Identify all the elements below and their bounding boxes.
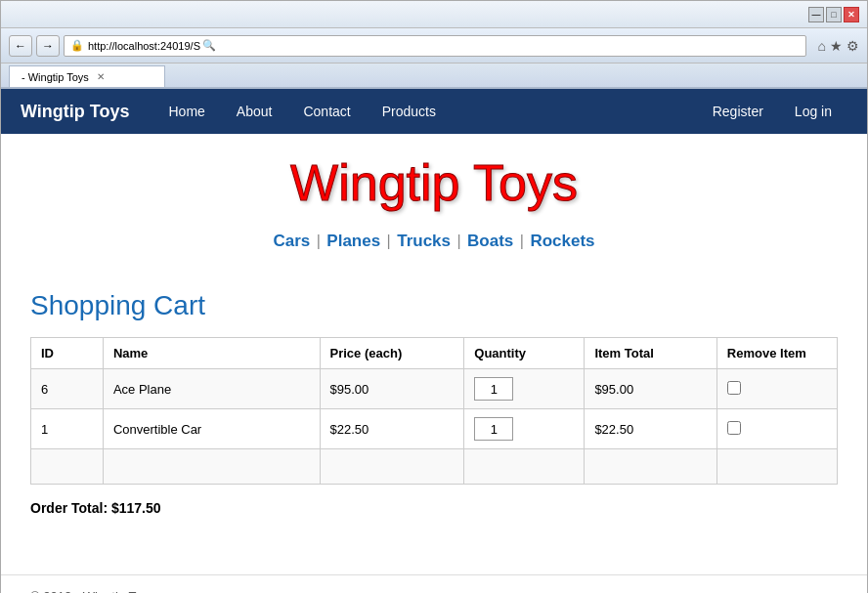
order-total: Order Total: $117.50 <box>30 500 838 516</box>
site-nav: Wingtip Toys Home About Contact Products… <box>1 89 867 134</box>
tab-title: - Wingtip Toys <box>22 71 89 83</box>
site-brand[interactable]: Wingtip Toys <box>21 102 130 122</box>
row2-total: $22.50 <box>585 409 716 449</box>
site-footer: © 2013 - Wingtip Toys <box>1 574 867 593</box>
col-name: Name <box>103 338 320 369</box>
title-bar: — □ ✕ <box>1 1 867 28</box>
row1-qty-cell <box>464 369 585 409</box>
minimize-button[interactable]: — <box>808 7 824 22</box>
row2-price: $22.50 <box>320 409 464 449</box>
row1-id: 6 <box>31 369 104 409</box>
table-row: 1 Convertible Car $22.50 $22.50 <box>31 409 838 449</box>
col-id: ID <box>31 338 104 369</box>
forward-arrow-icon: → <box>42 39 54 53</box>
cart-table: ID Name Price (each) Quantity Item Total… <box>30 337 838 485</box>
address-text: http://localhost:24019/S <box>88 40 200 52</box>
close-button[interactable]: ✕ <box>844 7 859 22</box>
category-links: Cars | Planes | Trucks | Boats | Rockets <box>1 222 867 271</box>
maximize-button[interactable]: □ <box>826 7 842 22</box>
row2-name: Convertible Car <box>103 409 320 449</box>
row2-remove-checkbox[interactable] <box>727 421 741 435</box>
col-remove: Remove Item <box>716 338 837 369</box>
category-planes[interactable]: Planes <box>326 232 380 250</box>
nav-home[interactable]: Home <box>153 89 221 134</box>
table-row-empty <box>31 449 838 485</box>
nav-bar: ← → 🔒 http://localhost:24019/S 🔍 ⌂ ★ ⚙ <box>1 28 867 64</box>
back-arrow-icon: ← <box>15 39 26 53</box>
nav-right: Register Log in <box>697 89 847 134</box>
table-row: 6 Ace Plane $95.00 $95.00 <box>31 369 838 409</box>
row1-remove-checkbox[interactable] <box>727 381 741 395</box>
row2-qty-input[interactable] <box>474 417 513 441</box>
row1-price: $95.00 <box>320 369 464 409</box>
category-rockets[interactable]: Rockets <box>530 232 594 250</box>
tab-bar: - Wingtip Toys ✕ <box>1 64 867 89</box>
active-tab[interactable]: - Wingtip Toys ✕ <box>9 65 165 87</box>
nav-login[interactable]: Log in <box>779 89 847 134</box>
category-trucks[interactable]: Trucks <box>397 232 451 250</box>
category-boats[interactable]: Boats <box>467 232 513 250</box>
settings-icon[interactable]: ⚙ <box>846 38 859 54</box>
row2-qty-cell <box>464 409 585 449</box>
site-nav-links: Home About Contact Products <box>153 89 697 134</box>
row2-id: 1 <box>31 409 104 449</box>
col-quantity: Quantity <box>464 338 585 369</box>
forward-button[interactable]: → <box>36 35 60 57</box>
row1-total: $95.00 <box>585 369 716 409</box>
site-logo: Wingtip Toys <box>1 134 867 222</box>
tab-close-button[interactable]: ✕ <box>97 71 105 82</box>
nav-register[interactable]: Register <box>697 89 779 134</box>
nav-products[interactable]: Products <box>367 89 452 134</box>
row1-remove-cell <box>716 369 837 409</box>
category-cars[interactable]: Cars <box>273 232 310 250</box>
col-item-total: Item Total <box>585 338 716 369</box>
footer-text: © 2013 - Wingtip Toys <box>30 589 154 593</box>
row1-qty-input[interactable] <box>474 377 513 401</box>
back-button[interactable]: ← <box>9 35 32 57</box>
favorites-icon[interactable]: ★ <box>830 38 843 54</box>
row2-remove-cell <box>716 409 837 449</box>
nav-contact[interactable]: Contact <box>287 89 366 134</box>
address-bar[interactable]: 🔒 http://localhost:24019/S 🔍 <box>64 35 806 57</box>
cart-title: Shopping Cart <box>30 290 838 321</box>
row1-name: Ace Plane <box>103 369 320 409</box>
col-price: Price (each) <box>320 338 464 369</box>
nav-about[interactable]: About <box>221 89 288 134</box>
main-content: Shopping Cart ID Name Price (each) Quant… <box>1 271 867 555</box>
page-content: Wingtip Toys Home About Contact Products… <box>1 89 867 593</box>
home-browser-icon[interactable]: ⌂ <box>818 38 826 54</box>
